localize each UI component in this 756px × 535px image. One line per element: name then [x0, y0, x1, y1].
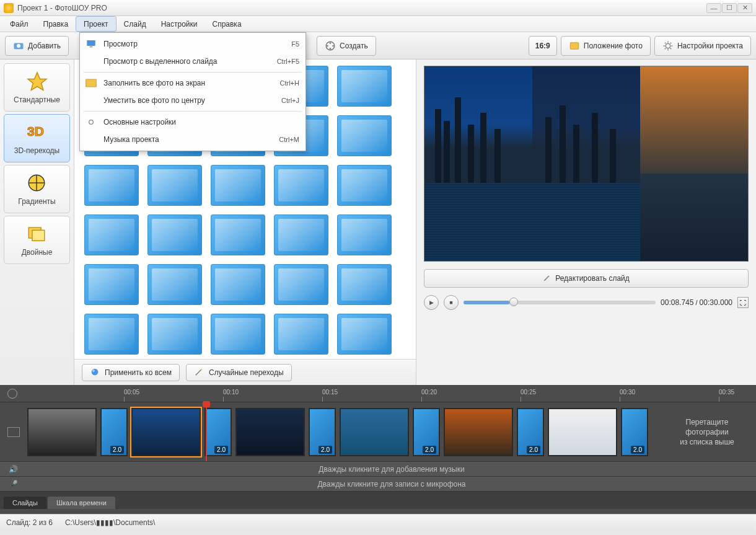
- transition-thumb[interactable]: [147, 264, 202, 305]
- svg-rect-29: [90, 46, 93, 48]
- transition-thumb[interactable]: [337, 115, 392, 156]
- menu-edit[interactable]: Правка: [36, 16, 76, 32]
- camera-icon: [13, 40, 24, 51]
- gear-icon: [85, 116, 97, 128]
- transition-thumb[interactable]: [337, 66, 392, 107]
- transition-thumb[interactable]: [84, 314, 139, 355]
- playhead[interactable]: [206, 402, 207, 461]
- svg-text:3D: 3D: [27, 124, 44, 138]
- timeline-transition[interactable]: 2.0: [621, 408, 648, 456]
- timeline-transition[interactable]: 2.0: [204, 408, 232, 456]
- menu-item-project-music[interactable]: Музыка проекта Ctrl+M: [80, 131, 305, 148]
- timeline-transition[interactable]: 2.0: [100, 408, 128, 456]
- transition-thumb[interactable]: [274, 314, 328, 355]
- svg-rect-7: [570, 42, 579, 49]
- category-double[interactable]: Двойные: [4, 216, 70, 264]
- transition-thumb[interactable]: [211, 264, 265, 305]
- transition-thumb[interactable]: [274, 264, 328, 305]
- menu-help[interactable]: Справка: [204, 16, 248, 32]
- clock-icon: [7, 389, 17, 399]
- add-button[interactable]: Добавить: [5, 36, 69, 56]
- close-button[interactable]: ✕: [737, 3, 752, 13]
- transition-thumb[interactable]: [337, 165, 392, 206]
- transition-thumb[interactable]: [337, 264, 392, 305]
- menu-item-fill-photos[interactable]: Заполнить все фото на экран Ctrl+H: [80, 74, 305, 92]
- time-ruler[interactable]: 00:05 00:10 00:15 00:20 00:25 00:30 00:3…: [0, 385, 756, 402]
- transition-thumb[interactable]: [274, 214, 328, 255]
- category-label: 3D-переходы: [14, 146, 60, 155]
- aspect-ratio-button[interactable]: 16:9: [529, 36, 557, 56]
- status-slide: Слайд: 2 из 6: [6, 518, 53, 527]
- timeline-transition[interactable]: 2.0: [517, 408, 544, 456]
- preview-panel: Редактировать слайд ▶ ■ 00:08.745 / 00:3…: [416, 60, 756, 385]
- tab-timeline[interactable]: Шкала времени: [48, 497, 115, 509]
- transition-thumb[interactable]: [211, 314, 265, 355]
- seek-slider[interactable]: [464, 301, 656, 304]
- clip-duration: 2.0: [319, 446, 332, 454]
- aspect-label: 16:9: [535, 42, 550, 50]
- transition-thumb[interactable]: [147, 314, 202, 355]
- timeline-transition[interactable]: 2.0: [309, 408, 336, 456]
- timeline-transition[interactable]: 2.0: [413, 408, 440, 456]
- timeline-clip[interactable]: [27, 408, 97, 456]
- menu-item-main-settings[interactable]: Основные настройки: [80, 113, 305, 131]
- category-gradients[interactable]: Градиенты: [4, 165, 70, 213]
- menu-project[interactable]: Проект: [76, 16, 116, 32]
- transition-thumb[interactable]: [211, 165, 265, 206]
- clip-duration: 2.0: [527, 446, 540, 454]
- category-label: Двойные: [22, 248, 53, 257]
- transition-thumb[interactable]: [337, 314, 392, 355]
- menu-item-preview-from-slide[interactable]: Просмотр с выделенного слайда Ctrl+F5: [80, 53, 305, 70]
- transition-thumb[interactable]: [84, 264, 139, 305]
- video-track[interactable]: 2.0 2.0 2.0 2.0 2.0 2.0 Перетащитефотогр…: [0, 402, 756, 462]
- category-3d[interactable]: 3D 3D-переходы: [4, 114, 70, 162]
- minimize-button[interactable]: —: [706, 3, 721, 13]
- transition-thumb[interactable]: [211, 214, 265, 255]
- status-path: C:\Users\▮▮▮▮\Documents\: [65, 518, 155, 527]
- timeline-clip[interactable]: [235, 408, 305, 456]
- category-standard[interactable]: Стандартные: [4, 63, 70, 112]
- maximize-button[interactable]: ☐: [722, 3, 737, 13]
- filmstrip-icon: [7, 427, 20, 437]
- photo-icon: [569, 40, 580, 51]
- ruler-tick: 00:20: [421, 385, 437, 402]
- transition-thumb[interactable]: [147, 214, 202, 255]
- transition-thumb[interactable]: [337, 214, 392, 255]
- statusbar: Слайд: 2 из 6 C:\Users\▮▮▮▮\Documents\: [0, 514, 756, 530]
- timeline-clip[interactable]: [444, 408, 513, 456]
- transition-thumb[interactable]: [147, 165, 202, 206]
- music-track[interactable]: 🔊 Дважды кликните для добавления музыки: [0, 462, 756, 477]
- edit-slide-button[interactable]: Редактировать слайд: [424, 269, 749, 288]
- fullscreen-button[interactable]: ⛶: [737, 297, 749, 308]
- play-button[interactable]: ▶: [424, 295, 439, 310]
- project-settings-button[interactable]: Настройки проекта: [654, 36, 751, 56]
- apply-all-button[interactable]: Применить ко всем: [82, 364, 180, 381]
- transition-thumb[interactable]: [84, 165, 139, 206]
- menu-item-preview[interactable]: Просмотр F5: [80, 35, 305, 53]
- create-button[interactable]: Создать: [317, 36, 376, 56]
- project-menu-dropdown: Просмотр F5 Просмотр с выделенного слайд…: [79, 32, 306, 151]
- category-label: Стандартные: [14, 95, 60, 104]
- menu-settings[interactable]: Настройки: [154, 16, 205, 32]
- timeline-clip[interactable]: [131, 408, 201, 456]
- globe-icon: [90, 367, 101, 378]
- stop-button[interactable]: ■: [444, 295, 459, 310]
- notes-icon: [26, 223, 48, 245]
- tab-slides[interactable]: Слайды: [4, 497, 46, 509]
- menu-separator: [84, 111, 302, 112]
- ruler-tick: 00:10: [223, 385, 239, 402]
- photo-position-button[interactable]: Положение фото: [561, 36, 651, 56]
- transition-thumb[interactable]: [274, 165, 328, 206]
- mic-track[interactable]: 🎤 Дважды кликните для записи с микрофона: [0, 477, 756, 492]
- menu-file[interactable]: Файл: [2, 16, 36, 32]
- transition-thumb[interactable]: [84, 214, 139, 255]
- menu-slide[interactable]: Слайд: [116, 16, 154, 32]
- timeline-clip[interactable]: [548, 408, 617, 456]
- random-button[interactable]: Случайные переходы: [186, 364, 292, 381]
- menu-item-center-photos[interactable]: Уместить все фото по центру Ctrl+J: [80, 92, 305, 109]
- timeline-clip[interactable]: [340, 408, 409, 456]
- preview-canvas: [424, 66, 749, 262]
- ruler-tick: 00:35: [719, 385, 734, 402]
- project-settings-label: Настройки проекта: [677, 42, 743, 50]
- category-sidebar: Стандартные 3D 3D-переходы Градиенты Дво…: [0, 60, 74, 385]
